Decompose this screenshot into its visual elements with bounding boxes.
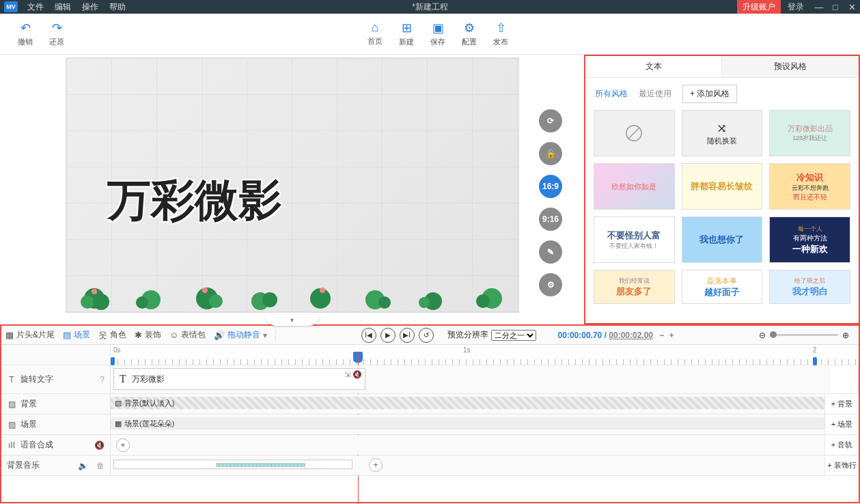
upgrade-button[interactable]: 升级账户 [737,0,781,14]
refresh-button[interactable]: ⟳ [539,109,562,132]
canvas-text[interactable]: 万彩微影 [107,171,282,230]
timeline-ruler[interactable]: 0s 1s 2 [111,345,859,365]
bg-clip[interactable]: ▨背景(默认淡入) [111,397,824,409]
config-button[interactable]: ⚙配置 [454,20,485,47]
emoji-icon: ☺ [169,330,178,340]
add-music-button[interactable]: + [369,458,383,472]
trash-icon[interactable]: 🗑 [96,461,105,471]
film-icon: ▦ [5,330,14,340]
person-icon: 웃 [98,329,107,341]
decor-icon: ✱ [135,330,142,340]
settings-button[interactable]: ⚙ [539,273,562,296]
timeline-toolbar: ▦片头&片尾 ▨场景 웃角色 ✱装饰 ☺表情包 🔊拖动静音▾ I◀ ▶ ▶I ↺… [1,326,859,345]
range-start-handle[interactable] [111,357,115,365]
app-logo: MV [4,1,18,12]
tab-scene[interactable]: ▨场景 [63,329,90,341]
range-end-handle[interactable] [813,357,817,365]
style-panel: 文本 预设风格 所有风格 最近使用 + 添加风格 ⤨随机换装 万彩微影出品128… [584,55,860,324]
resolution-select[interactable]: 二分之一 [491,330,536,341]
loop-button[interactable]: ↺ [419,328,434,343]
prev-button[interactable]: I◀ [361,328,376,343]
svg-line-20 [628,128,640,139]
thumb-random[interactable]: ⤨随机换装 [682,110,763,156]
music-clip[interactable] [113,460,352,469]
text-clip[interactable]: T 万彩微影 ⇲🔇 [113,368,365,390]
volume-icon[interactable]: 🔈 [78,461,88,471]
tab-emoji[interactable]: ☺表情包 [169,329,206,341]
ratio-16-9-button[interactable]: 16:9 [539,175,562,198]
thumb-style-12[interactable]: 给了班之后我才明白 [769,270,850,304]
play-button[interactable]: ▶ [380,328,396,343]
track-voice: ıII语音合成🔇 + + 音轨 [1,435,859,456]
new-button[interactable]: ⊞新建 [391,20,422,47]
canvas[interactable]: 万彩微影 [66,57,519,313]
home-button[interactable]: ⌂首页 [359,20,391,47]
edit-button[interactable]: ✎ [539,240,562,264]
filter-all-styles[interactable]: 所有风格 [595,88,628,100]
maximize-button[interactable]: □ [827,2,844,12]
menu-bar: MV 文件 编辑 操作 帮助 *新建工程 升级账户 登录 — □ ✕ [0,0,860,14]
publish-button[interactable]: ⇧发布 [485,20,516,47]
resolution-label: 预览分辨率 [447,329,488,341]
scene-icon: ▨ [7,420,16,430]
thumb-style-3[interactable]: 万彩微影出品128岁我还让 [769,110,850,156]
time-minus[interactable]: − [659,331,664,340]
thumb-style-10[interactable]: 我们经常说朋友多了 [594,270,675,304]
menu-help[interactable]: 帮助 [104,1,131,13]
redo-button[interactable]: ↷还原 [41,20,72,47]
close-button[interactable]: ✕ [844,2,860,12]
help-icon[interactable]: ? [100,375,105,384]
add-style-button[interactable]: + 添加风格 [682,85,737,103]
zoom-in-button[interactable]: ⊕ [842,331,849,340]
tab-decor[interactable]: ✱装饰 [135,329,161,341]
menu-action[interactable]: 操作 [77,1,104,13]
zoom-out-button[interactable]: ⊖ [759,331,766,340]
thumb-style-4[interactable]: 欣然如你如是 [594,163,675,210]
window-title: *新建工程 [412,1,448,13]
svg-point-2 [93,294,109,310]
redo-icon: ↷ [41,20,72,36]
tab-preset-style[interactable]: 预设风格 [722,56,859,77]
tab-role[interactable]: 웃角色 [98,329,126,341]
scene-clip[interactable]: ▩场景(莲花朵朵) [111,417,824,430]
thumb-style-9[interactable]: 每一个人有两种方法一种新欢 [769,216,850,263]
canvas-expand-handle[interactable]: ▼ [265,315,320,326]
ratio-9-16-button[interactable]: 9:16 [539,208,562,231]
next-button[interactable]: ▶I [400,328,415,343]
menu-edit[interactable]: 编辑 [49,1,77,13]
filter-recent[interactable]: 最近使用 [639,88,671,100]
minimize-button[interactable]: — [811,2,827,12]
thumb-none[interactable] [594,110,675,156]
zoom-slider[interactable] [770,334,838,336]
tab-drag-mute[interactable]: 🔊拖动静音▾ [214,329,267,341]
mute-icon[interactable]: 🔇 [94,440,105,450]
time-plus[interactable]: + [669,331,674,340]
unlink-icon[interactable]: ⇲ [344,370,350,379]
thumb-style-5[interactable]: 胖都容易长皱纹 [682,163,763,210]
thumb-style-7[interactable]: 不要怪别人富不要怪人家有钱！ [594,216,675,263]
save-button[interactable]: ▣保存 [422,20,454,47]
add-decor-row-button[interactable]: + 装饰行 [824,456,859,475]
home-icon: ⌂ [359,20,391,35]
duration-link[interactable]: 00:00:02.00 [609,331,653,340]
add-audio-button[interactable]: + 音轨 [824,435,859,455]
login-button[interactable]: 登录 [781,1,811,13]
svg-point-3 [92,289,97,294]
undo-button[interactable]: ↶撤销 [10,20,41,47]
lock-icon: 🔓 [546,149,556,158]
tab-head-tail[interactable]: ▦片头&片尾 [5,329,55,341]
waveform [217,463,305,467]
thumb-style-6[interactable]: 冷知识云彩不想奔跑而且还不轻 [769,163,850,210]
refresh-icon: ⟳ [547,116,554,126]
menu-file[interactable]: 文件 [22,1,49,13]
svg-point-10 [262,292,277,307]
add-bg-button[interactable]: + 背景 [824,394,859,414]
tab-text[interactable]: 文本 [585,56,722,77]
add-voice-button[interactable]: + [116,438,130,452]
thumb-style-11[interactable]: 磊落本事越好面子 [682,270,763,304]
mute-icon[interactable]: 🔇 [352,370,362,379]
thumb-style-8[interactable]: 我也想你了 [682,216,763,263]
lock-button[interactable]: 🔓 [539,142,562,165]
scene-icon: ▨ [63,330,71,340]
add-scene-button[interactable]: + 场景 [824,415,859,434]
